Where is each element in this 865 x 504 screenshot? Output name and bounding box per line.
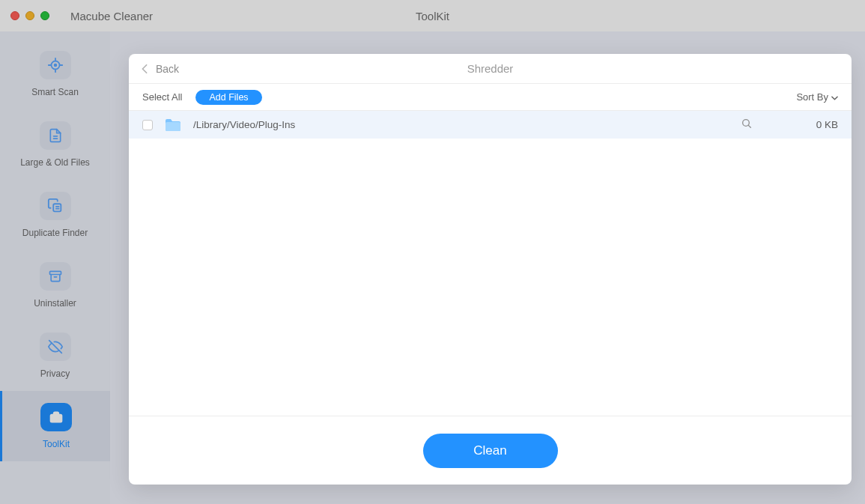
svg-point-15 [54,418,55,419]
sidebar-item-toolkit[interactable]: ToolKit [0,391,110,461]
file-checkbox[interactable] [142,120,153,130]
sort-by-label: Sort By [796,91,828,103]
sidebar-item-label: Smart Scan [31,87,79,97]
folder-icon [163,118,183,133]
svg-point-16 [58,418,59,419]
chevron-down-icon [831,91,838,103]
crosshair-icon [40,51,71,79]
back-button[interactable]: Back [141,63,179,75]
sidebar-item-label: Uninstaller [34,298,76,309]
app-window: Macube Cleaner ToolKit Smart Scan [0,0,865,504]
eye-off-icon [40,333,71,361]
svg-rect-14 [51,415,62,422]
minimize-window-button[interactable] [25,11,34,20]
sort-by-dropdown[interactable]: Sort By [796,91,838,103]
modal-header: Back Shredder [129,54,852,84]
titlebar: Macube Cleaner ToolKit [0,0,865,31]
svg-line-19 [748,125,750,127]
sidebar-item-label: ToolKit [43,439,70,449]
toolbox-icon [40,403,72,431]
add-files-button[interactable]: Add Files [195,90,261,105]
sidebar-item-duplicate-finder[interactable]: Duplicate Finder [0,180,110,250]
chevron-left-icon [141,64,148,74]
maximize-window-button[interactable] [40,11,49,20]
sidebar-item-large-old-files[interactable]: Large & Old Files [0,109,110,180]
svg-rect-11 [49,271,61,274]
app-title: Macube Cleaner [70,10,153,22]
modal-footer: Clean [129,416,852,485]
close-window-button[interactable] [10,11,19,20]
modal-toolbar: Select All Add Files Sort By [129,84,852,111]
sidebar-item-label: Duplicate Finder [22,228,88,238]
file-row[interactable]: /Library/Video/Plug-Ins 0 KB [129,111,852,139]
file-list: /Library/Video/Plug-Ins 0 KB [129,111,852,416]
document-icon [40,121,71,150]
select-all-button[interactable]: Select All [142,91,182,103]
sidebar-item-label: Large & Old Files [20,157,90,168]
file-size: 0 KB [763,119,838,130]
svg-point-1 [54,64,56,67]
sidebar: Smart Scan Large & Old Files [0,31,110,504]
shredder-modal: Back Shredder Select All Add Files Sort … [129,54,852,485]
copy-icon [40,192,71,220]
sidebar-item-privacy[interactable]: Privacy [0,321,110,391]
modal-title: Shredder [467,62,514,75]
svg-rect-17 [166,122,180,131]
svg-rect-8 [53,204,61,211]
sidebar-item-smart-scan[interactable]: Smart Scan [0,39,110,109]
reveal-in-finder-button[interactable] [741,118,753,132]
sidebar-item-label: Privacy [40,368,70,379]
back-label: Back [156,63,179,75]
file-path: /Library/Video/Plug-Ins [193,119,730,130]
clean-button[interactable]: Clean [423,434,558,468]
section-title: ToolKit [416,10,449,22]
sidebar-item-uninstaller[interactable]: Uninstaller [0,250,110,321]
archive-icon [40,262,71,291]
window-controls [10,11,49,20]
